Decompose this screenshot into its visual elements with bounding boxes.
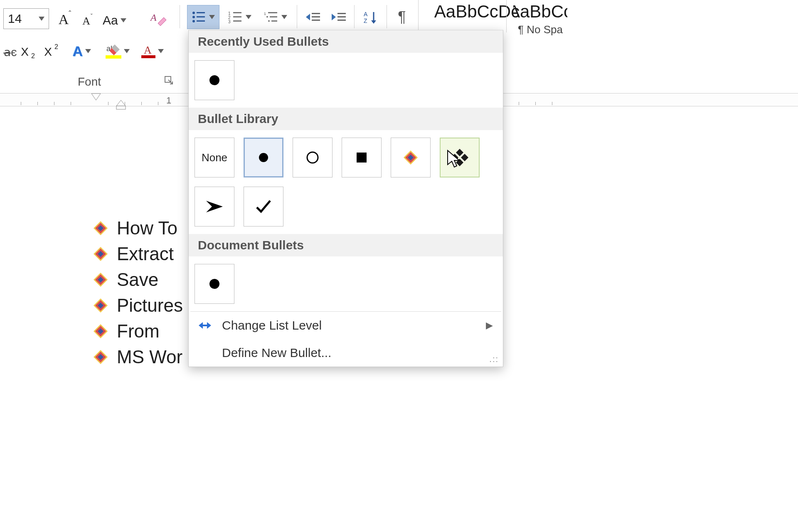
svg-marker-20	[306, 14, 310, 20]
shrink-font-button[interactable]: A ˇ	[76, 9, 101, 33]
grow-font-icon: A	[59, 12, 69, 27]
font-group-label: Font	[0, 72, 179, 91]
dialog-launcher-icon[interactable]	[164, 76, 174, 86]
svg-marker-24	[332, 14, 336, 20]
chevron-down-icon	[85, 49, 91, 53]
text-effects-button[interactable]: A	[67, 39, 96, 63]
svg-rect-41	[116, 106, 126, 109]
ruler-number: 1	[166, 95, 171, 106]
subscript-button[interactable]: X2	[16, 40, 40, 64]
numbering-button[interactable]: 1 2 3	[224, 5, 256, 29]
bullets-icon	[192, 11, 206, 23]
multilevel-list-button[interactable]: 1	[259, 5, 292, 29]
decrease-indent-icon	[306, 11, 321, 23]
svg-text:1: 1	[264, 12, 266, 16]
shrink-font-icon: A	[82, 15, 90, 27]
section-header-recent: Recently Used Bullets	[189, 30, 503, 53]
svg-marker-1	[158, 17, 166, 26]
svg-text:A: A	[364, 11, 368, 17]
bullet-tile-disc[interactable]	[195, 60, 234, 100]
bullets-dropdown-panel: Recently Used Bullets Bullet Library Non…	[188, 30, 503, 121]
disc-icon	[208, 74, 221, 86]
svg-rect-16	[266, 16, 268, 17]
svg-rect-19	[271, 20, 277, 22]
svg-point-4	[192, 16, 195, 18]
svg-rect-3	[197, 12, 205, 13]
superscript-button[interactable]: X2	[39, 40, 63, 64]
change-case-button[interactable]: Aa	[100, 8, 133, 32]
change-case-label: Aa	[103, 13, 118, 27]
chevron-down-icon	[158, 49, 164, 53]
sort-icon: AZ	[364, 10, 378, 24]
pilcrow-icon: ¶	[398, 8, 406, 26]
svg-point-2	[192, 12, 195, 14]
svg-rect-26	[337, 16, 346, 17]
style-tile-nospacing[interactable]: AaBbCc ¶ No Spa	[513, 2, 567, 41]
chevron-down-icon	[39, 17, 44, 21]
svg-marker-39	[91, 94, 101, 100]
show-paragraph-marks-button[interactable]: ¶	[392, 5, 412, 29]
font-color-button[interactable]: A	[138, 39, 167, 63]
svg-rect-22	[312, 16, 320, 17]
svg-text:3: 3	[228, 20, 231, 23]
eraser-icon: A	[150, 12, 167, 27]
highlight-icon: ab	[106, 44, 121, 59]
text-effects-icon: A	[73, 43, 83, 59]
svg-rect-23	[312, 20, 320, 21]
chevron-down-icon	[121, 18, 126, 22]
font-size-combo[interactable]: 14	[3, 8, 49, 29]
chevron-down-icon	[246, 15, 251, 19]
svg-rect-17	[270, 16, 277, 17]
svg-rect-25	[337, 13, 346, 14]
increase-indent-button[interactable]	[328, 5, 350, 29]
chevron-down-icon	[209, 15, 215, 19]
svg-rect-15	[268, 12, 277, 13]
svg-rect-7	[197, 20, 205, 22]
svg-rect-35	[106, 55, 121, 59]
highlight-button[interactable]: ab	[101, 39, 134, 63]
multilevel-icon: 1	[264, 11, 278, 23]
svg-marker-31	[371, 20, 376, 24]
svg-rect-11	[233, 16, 241, 17]
clear-formatting-button[interactable]: A	[146, 7, 170, 32]
svg-rect-18	[268, 20, 270, 22]
svg-text:Z: Z	[364, 17, 367, 24]
numbering-icon: 1 2 3	[228, 11, 242, 23]
chevron-down-icon	[124, 49, 130, 53]
svg-rect-21	[312, 13, 320, 14]
svg-rect-13	[233, 20, 241, 22]
bullets-button[interactable]	[187, 5, 219, 29]
svg-marker-40	[116, 100, 126, 106]
svg-text:A: A	[150, 12, 157, 23]
decrease-indent-button[interactable]	[303, 5, 324, 29]
first-line-indent-marker[interactable]	[91, 93, 101, 101]
svg-rect-9	[233, 12, 241, 13]
grow-font-button[interactable]: A ˆ	[54, 7, 78, 32]
increase-indent-icon	[332, 11, 347, 23]
font-color-icon: A	[141, 44, 155, 59]
svg-point-6	[192, 20, 195, 22]
svg-text:A: A	[144, 44, 152, 56]
font-size-value: 14	[8, 12, 22, 26]
svg-rect-27	[337, 20, 346, 21]
svg-point-60	[209, 75, 219, 85]
sort-button[interactable]: AZ	[359, 5, 382, 29]
svg-rect-37	[141, 55, 155, 58]
section-header-library: Bullet Library	[189, 108, 503, 121]
svg-rect-5	[197, 16, 205, 17]
chevron-down-icon	[281, 15, 287, 19]
